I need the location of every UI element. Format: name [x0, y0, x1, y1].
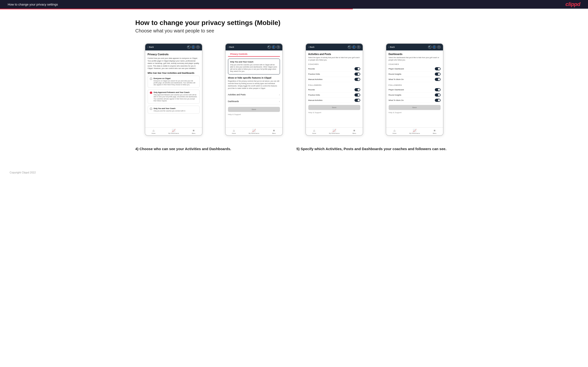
main-content: How to change your privacy settings (Mob…	[126, 9, 462, 166]
phone3-rounds-coaches-toggle[interactable]	[355, 67, 360, 70]
phone3-save-btn[interactable]: Save	[308, 105, 360, 110]
phone2-activities-item[interactable]: Activities and Posts ›	[228, 92, 280, 98]
phone3-coaches-header: COACHES	[308, 63, 360, 65]
phone2-tab-bar: Privacy Controls	[228, 53, 280, 57]
top-bar-title: How to change your privacy settings	[8, 3, 58, 6]
phone2-icons: 🔍 👤 ⚙	[268, 45, 280, 49]
phone4-work-followers-label: What To Work On	[389, 99, 404, 101]
nav-home-1[interactable]: ⌂ Home	[152, 129, 155, 134]
phone4-work-followers-toggle[interactable]	[435, 99, 441, 102]
menu-label-4: Menu	[433, 133, 436, 134]
settings-icon[interactable]: ⚙	[196, 45, 200, 49]
phone4-followers-header: FOLLOWERS	[389, 84, 441, 86]
phone2-option-box: Only You and Your Coach Only you and the…	[228, 58, 280, 75]
phone2-content: Privacy Controls Only You and Your Coach…	[225, 50, 282, 127]
phone4-insights-coaches-toggle[interactable]	[435, 73, 441, 76]
phone-mockup-2: ‹ Back 🔍 👤 ⚙ Privacy Controls Only You a	[225, 43, 283, 136]
person-icon[interactable]: 👤	[192, 45, 195, 49]
phone4-dashboards-desc: Select the dashboards that you'd like to…	[389, 57, 441, 61]
radio-everyone-desc: Everyone on Clippd can search for you an…	[154, 80, 198, 86]
phone4-insights-coaches-label: Round Insights	[389, 73, 401, 75]
phone4-icons: 🔍 👤 ⚙	[428, 45, 441, 49]
phone4-toggle-player-followers: Player Dashboard	[389, 87, 441, 92]
phone3-drills-coaches-toggle[interactable]	[355, 73, 360, 76]
phone1-icons: 🔍 👤 ⚙	[187, 45, 200, 49]
settings-icon-4[interactable]: ⚙	[437, 45, 441, 49]
nav-home-3[interactable]: ⌂ Home	[312, 129, 316, 134]
phone2-option-title: Only You and Your Coach	[230, 61, 278, 63]
phone2-save-btn[interactable]: Save	[228, 107, 280, 112]
person-icon-4[interactable]: 👤	[433, 45, 436, 49]
nav-performance-1[interactable]: 📈 My Performance	[168, 129, 179, 134]
search-icon-3[interactable]: 🔍	[348, 45, 351, 49]
nav-home-4[interactable]: ⌂ Home	[392, 129, 396, 134]
phone1-back-btn[interactable]: ‹ Back	[148, 46, 154, 48]
nav-menu-4[interactable]: ≡ Menu	[433, 129, 436, 134]
phone3-manual-followers-label: Manual Activities	[308, 99, 323, 101]
phone3-rounds-followers-toggle[interactable]	[355, 88, 360, 91]
nav-performance-3[interactable]: 📈 My Performance	[329, 129, 340, 134]
nav-menu-3[interactable]: ≡ Menu	[353, 129, 356, 134]
phone4-save-btn[interactable]: Save	[389, 105, 441, 110]
phone-group-1: ‹ Back 🔍 👤 ⚙ Privacy Controls Control ho…	[135, 43, 212, 136]
nav-performance-4[interactable]: 📈 My Performance	[409, 129, 420, 134]
nav-menu-1[interactable]: ≡ Menu	[192, 129, 196, 134]
settings-icon-3[interactable]: ⚙	[357, 45, 360, 49]
phone3-followers-header: FOLLOWERS	[308, 84, 360, 86]
search-icon-4[interactable]: 🔍	[428, 45, 432, 49]
person-icon-2[interactable]: 👤	[272, 45, 275, 49]
phone4-insights-followers-toggle[interactable]	[435, 93, 441, 97]
phone3-manual-coaches-label: Manual Activities	[308, 78, 323, 80]
dashboards-label: Dashboards	[228, 100, 239, 103]
search-icon[interactable]: 🔍	[187, 45, 190, 49]
nav-menu-2[interactable]: ≡ Menu	[272, 129, 276, 134]
radio-onlyyou-label: Only You and Your Coach	[154, 107, 185, 109]
menu-label-3: Menu	[353, 133, 356, 134]
phone3-rounds-coaches-label: Rounds	[308, 68, 315, 70]
radio-onlyyou-circle	[150, 108, 152, 110]
phone2-back-btn[interactable]: ‹ Back	[228, 46, 234, 48]
phone4-player-followers-toggle[interactable]	[435, 88, 441, 91]
home-label-1: Home	[152, 133, 155, 134]
step4-caption: 4) Choose who can see your Activities an…	[135, 146, 292, 152]
phone4-back-btn[interactable]: ‹ Back	[389, 46, 395, 48]
menu-icon-1: ≡	[193, 129, 195, 132]
phone3-drills-followers-label: Practice Drills	[308, 94, 320, 96]
phone3-back-btn[interactable]: ‹ Back	[308, 46, 315, 48]
phone4-help: Help & Support	[389, 110, 441, 114]
phone2-dashboards-item[interactable]: Dashboards ›	[228, 98, 280, 105]
nav-performance-2[interactable]: 📈 My Performance	[249, 129, 259, 134]
phone3-activities-title: Activities and Posts	[308, 53, 360, 56]
radio-approved[interactable]: Only Approved Followers and Your Coach O…	[148, 90, 200, 104]
settings-icon-2[interactable]: ⚙	[277, 45, 280, 49]
radio-everyone[interactable]: Everyone on Clippd Everyone on Clippd ca…	[148, 76, 200, 88]
home-label-3: Home	[312, 133, 316, 134]
phone3-toggle-rounds-followers: Rounds	[308, 87, 360, 92]
search-icon-2[interactable]: 🔍	[268, 45, 271, 49]
screenshots-grid: ‹ Back 🔍 👤 ⚙ Privacy Controls Control ho…	[135, 43, 453, 136]
phone3-manual-followers-toggle[interactable]	[355, 99, 360, 102]
phone4-work-coaches-toggle[interactable]	[435, 78, 441, 81]
person-icon-3[interactable]: 👤	[352, 45, 356, 49]
phone3-drills-followers-toggle[interactable]	[355, 93, 360, 97]
phone-group-4: ‹ Back 🔍 👤 ⚙ Dashboards Select the dashb…	[376, 43, 453, 136]
page-subtitle: Choose what you want people to see	[135, 28, 453, 34]
phone4-player-coaches-toggle[interactable]	[435, 67, 441, 70]
top-navigation-bar: How to change your privacy settings clip…	[0, 0, 588, 9]
nav-home-2[interactable]: ⌂ Home	[232, 129, 236, 134]
phone4-player-followers-label: Player Dashboard	[389, 89, 404, 91]
phone1-section-title: Privacy Controls	[148, 53, 200, 56]
performance-label-1: My Performance	[168, 133, 179, 134]
phone3-toggle-manual-coaches: Manual Activities	[308, 77, 360, 82]
phone3-toggle-drills-followers: Practice Drills	[308, 92, 360, 98]
chevron-right-icon-dashboards: ›	[279, 100, 280, 103]
phone3-icons: 🔍 👤 ⚙	[348, 45, 360, 49]
copyright-text: Copyright Clippd 2022	[10, 171, 36, 174]
radio-approved-text: Only Approved Followers and Your Coach O…	[154, 91, 198, 102]
clippd-logo: clippd	[565, 1, 580, 8]
menu-icon-2: ≡	[273, 129, 275, 132]
radio-onlyyou[interactable]: Only You and Your Coach Only you and the…	[148, 106, 200, 114]
phone2-tab[interactable]: Privacy Controls	[230, 53, 248, 56]
phone3-manual-coaches-toggle[interactable]	[355, 78, 360, 81]
phone2-option-desc: Only you and the coaches you connect wit…	[230, 64, 278, 72]
